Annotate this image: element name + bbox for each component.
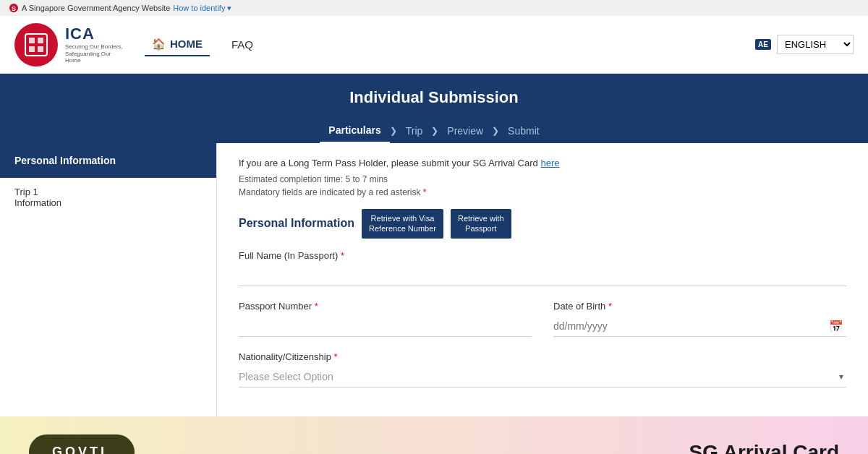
nationality-select[interactable]: Please Select Option Singapore Malaysia … bbox=[239, 367, 846, 387]
faq-label: FAQ bbox=[231, 38, 253, 51]
arrow-2: ❯ bbox=[431, 126, 438, 136]
calendar-icon[interactable]: 📅 bbox=[829, 320, 843, 333]
svg-text:S: S bbox=[12, 5, 16, 12]
header: ICA Securing Our Borders, Safeguarding O… bbox=[0, 16, 868, 74]
logo-area: ICA Securing Our Borders, Safeguarding O… bbox=[14, 23, 123, 67]
passport-label: Passport Number * bbox=[239, 301, 532, 312]
faq-nav[interactable]: FAQ bbox=[224, 34, 260, 55]
dob-label: Date of Birth * bbox=[553, 301, 846, 312]
lion-icon: S bbox=[9, 3, 19, 13]
nationality-group: Nationality/Citizenship * Please Select … bbox=[239, 351, 846, 387]
completion-time: Estimated completion time: 5 to 7 mins bbox=[239, 174, 846, 184]
home-label: HOME bbox=[170, 38, 203, 50]
arrow-3: ❯ bbox=[492, 126, 499, 136]
svg-rect-7 bbox=[38, 46, 43, 52]
arrow-1: ❯ bbox=[390, 126, 397, 136]
home-nav[interactable]: 🏠 HOME bbox=[145, 33, 210, 56]
passport-input[interactable] bbox=[239, 316, 532, 337]
step-particulars[interactable]: Particulars bbox=[320, 119, 389, 143]
sidebar: Personal Information Trip 1Information bbox=[0, 143, 217, 416]
sidebar-item-trip[interactable]: Trip 1Information bbox=[0, 178, 216, 217]
mandatory-star: * bbox=[423, 187, 427, 197]
mandatory-note: Mandatory fields are indicated by a red … bbox=[239, 187, 846, 197]
sidebar-trip-label: Trip 1Information bbox=[14, 187, 61, 208]
step-trip[interactable]: Trip bbox=[397, 119, 432, 142]
logo-text: ICA bbox=[65, 25, 123, 43]
nationality-select-wrapper: Please Select Option Singapore Malaysia … bbox=[239, 367, 846, 387]
here-link[interactable]: here bbox=[540, 158, 559, 168]
retrieve-visa-button[interactable]: Retrieve with VisaReference Number bbox=[362, 209, 443, 239]
section-title: Personal Information bbox=[239, 217, 354, 230]
step-submit[interactable]: Submit bbox=[499, 119, 548, 142]
step-preview[interactable]: Preview bbox=[438, 119, 492, 142]
svg-rect-4 bbox=[29, 38, 35, 43]
dob-input-wrapper: 📅 bbox=[553, 316, 846, 337]
main-content: Personal Information Trip 1Information I… bbox=[0, 143, 868, 416]
sidebar-item-personal[interactable]: Personal Information bbox=[0, 143, 216, 178]
full-name-input[interactable] bbox=[239, 265, 846, 286]
dob-col: Date of Birth * 📅 bbox=[553, 301, 846, 337]
home-icon: 🏠 bbox=[152, 38, 166, 51]
steps-nav: Particulars ❯ Trip ❯ Preview ❯ Submit bbox=[14, 119, 854, 143]
svg-rect-5 bbox=[38, 38, 43, 43]
govtl-badge: GOVTL bbox=[29, 434, 135, 454]
passport-col: Passport Number * bbox=[239, 301, 532, 337]
ica-logo bbox=[14, 23, 58, 67]
sg-arrival-card-label: SG Arrival Card bbox=[689, 441, 839, 454]
select-arrow-icon: ▾ bbox=[839, 372, 843, 382]
form-area: If you are a Long Term Pass Holder, plea… bbox=[217, 143, 868, 416]
lang-icon: AE bbox=[755, 39, 771, 50]
blue-section: Individual Submission Particulars ❯ Trip… bbox=[0, 74, 868, 143]
retrieve-passport-button[interactable]: Retrieve withPassport bbox=[451, 209, 511, 239]
header-right: AE ENGLISH 中文 Malay Tamil bbox=[755, 35, 854, 54]
page-title: Individual Submission bbox=[14, 88, 854, 107]
sidebar-personal-label: Personal Information bbox=[14, 155, 116, 166]
svg-rect-6 bbox=[29, 46, 35, 52]
nationality-label: Nationality/Citizenship * bbox=[239, 351, 846, 362]
gov-banner-text: A Singapore Government Agency Website bbox=[22, 4, 170, 12]
identify-link[interactable]: How to identify ▾ bbox=[173, 4, 231, 13]
full-name-group: Full Name (In Passport) * bbox=[239, 250, 846, 286]
dob-input[interactable] bbox=[553, 316, 846, 337]
section-header: Personal Information Retrieve with VisaR… bbox=[239, 209, 846, 239]
svg-point-2 bbox=[18, 27, 54, 63]
bottom-banner: GOVTL SG Arrival Card bbox=[0, 416, 868, 454]
long-term-notice: If you are a Long Term Pass Holder, plea… bbox=[239, 158, 846, 168]
full-name-label: Full Name (In Passport) * bbox=[239, 250, 846, 261]
logo-sub: Securing Our Borders, Safeguarding Our H… bbox=[65, 43, 123, 64]
gov-banner: S A Singapore Government Agency Website … bbox=[0, 0, 868, 16]
language-select[interactable]: ENGLISH 中文 Malay Tamil bbox=[777, 35, 854, 54]
passport-dob-row: Passport Number * Date of Birth * 📅 bbox=[239, 301, 846, 337]
